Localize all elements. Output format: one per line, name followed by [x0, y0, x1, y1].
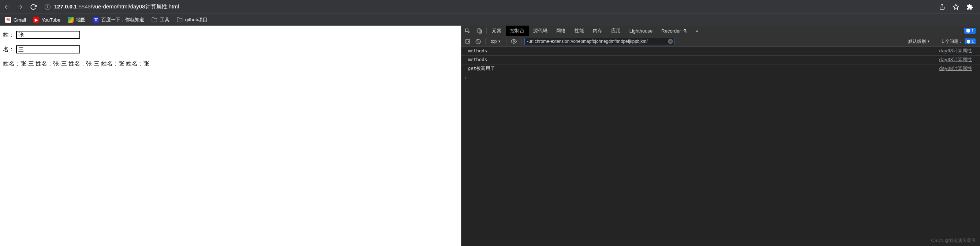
log-row: methods day08计算属性: [461, 56, 980, 64]
tab-elements[interactable]: 元素: [487, 26, 506, 36]
given-row: 名：: [3, 45, 458, 53]
context-selector[interactable]: top ▼: [488, 39, 504, 44]
nav-buttons: [4, 4, 37, 10]
tab-network[interactable]: 网络: [552, 26, 570, 36]
console-toolbar: top ▼ ✕ 默认级别 ▼ 1 个问题： 1: [461, 36, 980, 47]
device-toggle-icon[interactable]: [474, 26, 485, 36]
tab-sources[interactable]: 源代码: [529, 26, 552, 36]
divider: [486, 27, 487, 34]
tab-more[interactable]: »: [691, 26, 703, 36]
divider: [937, 38, 937, 45]
address-bar[interactable]: i 127.0.0.1:8848/vue-demo/html/day08计算属性…: [45, 3, 938, 10]
log-source-link[interactable]: day08计算属性: [939, 57, 972, 63]
fullname-output: 姓名：张-三 姓名：张-三 姓名：张-三 姓名：张 姓名：张: [3, 60, 458, 68]
clear-console-icon[interactable]: [474, 39, 482, 44]
issue-badge[interactable]: 1: [964, 28, 975, 34]
extensions-icon[interactable]: [966, 3, 974, 11]
maps-icon: [68, 17, 73, 23]
bookmark-folder-tools[interactable]: 工具: [151, 16, 169, 23]
page-content: 姓： 名： 姓名：张-三 姓名：张-三 姓名：张-三 姓名：张 姓名：张: [0, 26, 461, 246]
bookmark-youtube[interactable]: ▶ YouTube: [33, 17, 60, 23]
reload-button[interactable]: [30, 4, 37, 10]
given-label: 名：: [3, 46, 14, 53]
bookmark-label: YouTube: [42, 17, 60, 23]
given-input[interactable]: [16, 45, 80, 53]
divider: [485, 38, 485, 45]
console-prompt[interactable]: ›: [461, 73, 980, 81]
bookmark-star-icon[interactable]: [952, 3, 959, 11]
tab-memory[interactable]: 内存: [589, 26, 607, 36]
devtools-panel: 元素 控制台 源代码 网络 性能 内存 应用 Lighthouse Record…: [461, 26, 980, 246]
divider: [521, 38, 522, 45]
console-toolbar-right: 默认级别 ▼ 1 个问题： 1: [906, 38, 978, 45]
watermark: CSDN @我有满天星辰: [931, 238, 975, 244]
svg-line-8: [476, 40, 480, 43]
url-text: 127.0.0.1:8848/vue-demo/html/day08计算属性.h…: [54, 3, 179, 10]
tab-application[interactable]: 应用: [607, 26, 625, 36]
devtools-tabs: 元素 控制台 源代码 网络 性能 内存 应用 Lighthouse Record…: [461, 26, 980, 36]
log-source-link[interactable]: day08计算属性: [939, 48, 972, 54]
back-button[interactable]: [4, 4, 10, 10]
bookmark-baidu[interactable]: 百 百度一下，你就知道: [93, 16, 144, 23]
main-area: 姓： 名： 姓名：张-三 姓名：张-三 姓名：张-三 姓名：张 姓名：张 元素 …: [0, 26, 980, 246]
gmail-icon: M: [5, 17, 11, 23]
log-message: methods: [468, 57, 487, 63]
bookmark-label: 百度一下，你就知道: [101, 16, 144, 23]
console-log-area: methods day08计算属性 methods day08计算属性 get被…: [461, 47, 980, 246]
youtube-icon: ▶: [33, 17, 39, 23]
tab-performance[interactable]: 性能: [570, 26, 589, 36]
bookmark-label: 工具: [160, 16, 169, 23]
log-row: methods day08计算属性: [461, 47, 980, 56]
log-source-link[interactable]: day08计算属性: [939, 65, 972, 72]
bookmarks-bar: M Gmail ▶ YouTube 地图 百 百度一下，你就知道 工具 gith…: [0, 14, 980, 26]
forward-button[interactable]: [17, 4, 24, 10]
log-message: get被调用了: [468, 65, 495, 72]
log-level-selector[interactable]: 默认级别 ▼: [906, 38, 932, 45]
divider: [506, 38, 506, 45]
bookmark-label: github项目: [185, 16, 207, 23]
share-icon[interactable]: [938, 3, 946, 11]
devtools-tabs-right: 1: [964, 28, 980, 34]
tab-console[interactable]: 控制台: [506, 26, 529, 36]
issues-count[interactable]: 1 个问题： 1: [942, 38, 975, 45]
svg-marker-1: [953, 4, 959, 9]
surname-input[interactable]: [16, 31, 80, 39]
console-sidebar-toggle-icon[interactable]: [464, 39, 472, 44]
surname-row: 姓：: [3, 31, 458, 39]
site-info-icon[interactable]: i: [45, 4, 51, 10]
log-row: get被调用了 day08计算属性: [461, 64, 980, 73]
bookmark-label: 地图: [76, 16, 86, 23]
live-expression-icon[interactable]: [509, 38, 518, 44]
svg-point-9: [513, 41, 514, 42]
tab-recorder[interactable]: Recorder ⚗: [657, 26, 691, 36]
tab-lighthouse[interactable]: Lighthouse: [625, 26, 657, 36]
console-filter-input[interactable]: [524, 38, 675, 45]
log-message: methods: [468, 48, 487, 54]
bookmark-folder-github[interactable]: github项目: [177, 16, 207, 23]
folder-icon: [151, 17, 158, 23]
bookmark-gmail[interactable]: M Gmail: [5, 17, 26, 23]
chrome-right-actions: [938, 3, 976, 11]
bookmark-maps[interactable]: 地图: [68, 16, 86, 23]
bookmark-label: Gmail: [14, 17, 26, 23]
browser-toolbar: i 127.0.0.1:8848/vue-demo/html/day08计算属性…: [0, 0, 980, 14]
surname-label: 姓：: [3, 31, 14, 39]
folder-icon: [177, 17, 183, 23]
prompt-caret-icon: ›: [465, 75, 467, 80]
inspect-element-icon[interactable]: [461, 26, 474, 36]
filter-wrap: ✕: [524, 38, 675, 45]
baidu-icon: 百: [93, 17, 99, 23]
